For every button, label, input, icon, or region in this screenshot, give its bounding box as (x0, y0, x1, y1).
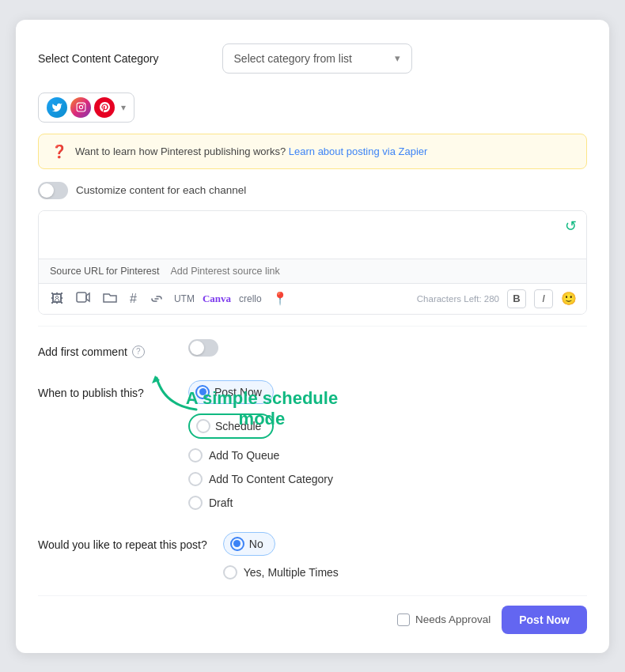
first-comment-help-icon[interactable]: ? (132, 345, 145, 358)
main-card: Select Content Category Select category … (16, 20, 609, 653)
video-icon[interactable] (74, 290, 93, 308)
needs-approval-label: Needs Approval (415, 613, 491, 625)
radio-option-draft[interactable]: Draft (188, 496, 333, 510)
canva-button[interactable]: Canva (203, 293, 231, 305)
footer: Needs Approval Post Now (38, 595, 587, 634)
crello-button[interactable]: crello (239, 293, 262, 304)
italic-button[interactable]: I (534, 289, 553, 308)
svg-rect-0 (77, 103, 85, 111)
first-comment-section: Add first comment ? (38, 333, 587, 358)
category-dropdown-text: Select category from list (234, 52, 352, 65)
zapier-link[interactable]: Learn about posting via Zapier (289, 145, 428, 157)
svg-point-1 (79, 105, 82, 108)
location-icon[interactable]: 📍 (270, 289, 290, 308)
image-icon[interactable]: 🖼 (48, 290, 66, 308)
no-pill[interactable]: No (223, 532, 275, 556)
info-banner: ❓ Want to learn how Pinterest publishing… (38, 134, 587, 169)
textarea-main[interactable]: ↺ (39, 211, 586, 259)
radio-queue-circle (188, 448, 203, 462)
radio-draft-circle (188, 496, 203, 510)
pinterest-avatar (94, 97, 115, 118)
radio-option-yes[interactable]: Yes, Multiple Times (223, 565, 339, 580)
repeat-options: No Yes, Multiple Times (223, 532, 339, 580)
bold-button[interactable]: B (507, 289, 526, 308)
radio-option-category[interactable]: Add To Content Category (188, 472, 333, 486)
no-label: No (249, 538, 263, 550)
first-comment-label: Add first comment ? (38, 339, 172, 358)
radio-option-queue[interactable]: Add To Queue (188, 448, 333, 462)
source-url-label: Source URL for Pinterest (50, 266, 159, 277)
svg-rect-3 (77, 293, 86, 302)
toolbar-row: 🖼 # UTM Canva crello 📍 Characters Left: … (39, 283, 586, 314)
first-comment-toggle-thumb (190, 341, 204, 355)
needs-approval-checkbox[interactable] (397, 613, 410, 626)
toggle-thumb (40, 183, 54, 198)
radio-option-no[interactable]: No (223, 532, 339, 556)
refresh-icon[interactable]: ↺ (565, 217, 577, 235)
needs-approval-row: Needs Approval (397, 613, 491, 626)
radio-no-circle (230, 537, 244, 551)
customize-label: Customize content for each channel (76, 184, 246, 196)
category-row: Select Content Category Select category … (38, 43, 587, 74)
hashtag-icon[interactable]: # (127, 290, 139, 308)
social-chevron-icon: ▾ (121, 102, 126, 113)
annotation-text: A simple schedule mode (183, 388, 341, 430)
instagram-avatar (70, 97, 91, 118)
twitter-avatar (47, 97, 67, 118)
yes-label: Yes, Multiple Times (244, 566, 339, 579)
publish-section: When to publish this? Post Now Schedule (38, 374, 587, 510)
publish-options-area: Post Now Schedule Add To Queue (188, 380, 333, 510)
info-icon: ❓ (51, 144, 67, 159)
svg-point-2 (82, 104, 83, 105)
chars-left: Characters Left: 280 (417, 294, 499, 304)
post-now-button[interactable]: Post Now (502, 606, 587, 634)
queue-label: Add To Queue (209, 449, 279, 462)
draft-label: Draft (209, 496, 233, 509)
repeat-section: Would you like to repeat this post? No Y… (38, 526, 587, 580)
folder-icon[interactable] (100, 290, 119, 308)
customize-toggle-row: Customize content for each channel (38, 182, 587, 199)
info-banner-text: Want to learn how Pinterest publishing w… (75, 145, 427, 157)
radio-category-circle (188, 472, 203, 486)
customize-toggle[interactable] (38, 182, 68, 199)
emoji-button[interactable]: 🙂 (561, 291, 577, 306)
link-icon[interactable] (147, 290, 166, 308)
category-dropdown[interactable]: Select category from list ▾ (222, 43, 412, 74)
social-row: ▾ (38, 92, 587, 123)
chevron-down-icon: ▾ (395, 52, 400, 64)
content-editor: ↺ Source URL for Pinterest 🖼 # UTM Canva… (38, 210, 587, 315)
repeat-label: Would you like to repeat this post? (38, 532, 207, 551)
radio-yes-circle (223, 565, 237, 580)
category-option-label: Add To Content Category (209, 473, 333, 485)
first-comment-toggle[interactable] (188, 339, 218, 357)
social-account-selector[interactable]: ▾ (38, 92, 134, 123)
category-label: Select Content Category (38, 52, 159, 65)
source-url-input[interactable] (170, 266, 575, 277)
utm-button[interactable]: UTM (174, 293, 195, 304)
source-url-row: Source URL for Pinterest (39, 259, 586, 283)
